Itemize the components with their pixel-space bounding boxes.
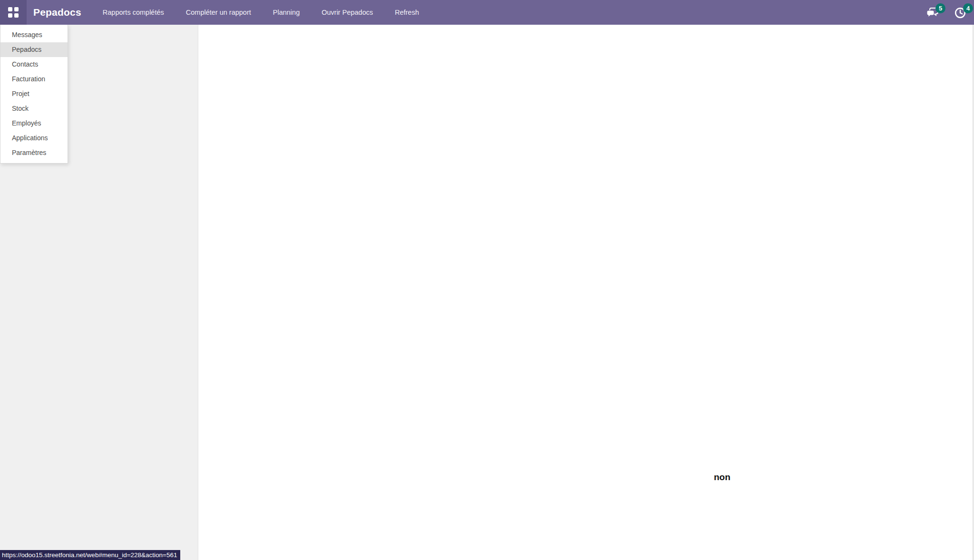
- nav-item-compl-ter-un-rapport[interactable]: Compléter un rapport: [175, 0, 262, 25]
- form-page: [198, 25, 972, 560]
- main-menu-dropdown: MessagesPepadocsContactsFacturationProje…: [0, 25, 68, 164]
- sidebar-item-param-tres[interactable]: Paramètres: [0, 145, 68, 160]
- sidebar-item-pepadocs[interactable]: Pepadocs: [0, 42, 68, 57]
- top-navbar: Pepadocs Rapports complétésCompléter un …: [0, 0, 974, 25]
- apps-menu-button[interactable]: [0, 0, 27, 25]
- sidebar-item-projet[interactable]: Projet: [0, 87, 68, 101]
- grid-icon: [8, 7, 19, 18]
- messages-button[interactable]: 5: [926, 5, 940, 19]
- sidebar-item-facturation[interactable]: Facturation: [0, 72, 68, 87]
- sidebar-item-applications[interactable]: Applications: [0, 131, 68, 145]
- app-brand[interactable]: Pepadocs: [33, 7, 81, 18]
- activities-button[interactable]: 4: [954, 5, 967, 19]
- sidebar-item-messages[interactable]: Messages: [0, 28, 68, 42]
- sidebar-item-employ-s[interactable]: Employés: [0, 116, 68, 131]
- activities-badge: 4: [963, 3, 973, 13]
- send-option-non-label: non: [714, 472, 730, 483]
- nav-item-ouvrir-pepadocs[interactable]: Ouvrir Pepadocs: [311, 0, 384, 25]
- link-preview-statusbar: https://odoo15.streetfonia.net/web#menu_…: [0, 550, 180, 560]
- navbar-menu: Rapports complétésCompléter un rapportPl…: [92, 0, 430, 25]
- nav-item-refresh[interactable]: Refresh: [384, 0, 430, 25]
- navbar-systray: 5 4: [926, 0, 967, 25]
- sidebar-item-stock[interactable]: Stock: [0, 101, 68, 116]
- nav-item-planning[interactable]: Planning: [262, 0, 311, 25]
- sidebar-item-contacts[interactable]: Contacts: [0, 57, 68, 72]
- nav-item-rapports-compl-t-s[interactable]: Rapports complétés: [92, 0, 175, 25]
- messages-badge: 5: [935, 3, 945, 13]
